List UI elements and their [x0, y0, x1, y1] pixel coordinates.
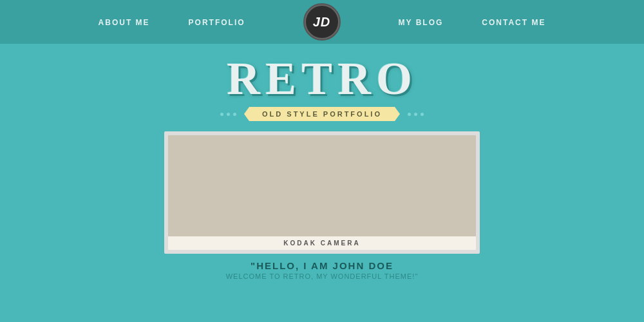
dot-6	[421, 113, 424, 116]
nav-item-about[interactable]: ABOUT ME	[99, 16, 150, 28]
dot-5	[414, 113, 417, 116]
slider-image	[168, 135, 476, 250]
quote-title: "HELLO, I AM JOHN DOE	[226, 260, 419, 271]
nav-link-blog[interactable]: MY BLOG	[399, 18, 444, 27]
dot-2	[227, 113, 230, 116]
nav-item-blog[interactable]: MY BLOG	[399, 16, 444, 28]
dot-3	[233, 113, 236, 116]
ribbon-banner: OLD STYLE PORTFOLIO	[244, 107, 400, 121]
hero-title: RETRO	[227, 55, 417, 102]
dot-4	[408, 113, 411, 116]
slider-area: ‹ KODAK CAMERA ›	[0, 131, 644, 254]
dot-1	[220, 113, 223, 116]
slider-caption: KODAK CAMERA	[168, 236, 476, 250]
quote-subtitle: WELCOME TO RETRO, MY WONDERFUL THEME!"	[226, 272, 419, 280]
ribbon-dots-left	[220, 113, 236, 116]
nav-logo-text: JD	[313, 15, 331, 30]
nav-link-portfolio[interactable]: PORTFOLIO	[189, 18, 245, 27]
nav-link-contact[interactable]: CONTACT ME	[482, 18, 545, 27]
ribbon-container: OLD STYLE PORTFOLIO	[220, 107, 424, 121]
hero-section: RETRO OLD STYLE PORTFOLIO ‹ KODAK CAMERA…	[0, 44, 644, 280]
navbar: ABOUT ME PORTFOLIO JD MY BLOG CONTACT ME	[0, 0, 644, 44]
nav-link-about[interactable]: ABOUT ME	[99, 18, 150, 27]
nav-item-portfolio[interactable]: PORTFOLIO	[189, 16, 245, 28]
slider-wrapper: KODAK CAMERA	[164, 131, 480, 254]
ribbon-dots-right	[408, 113, 424, 116]
nav-logo[interactable]: JD	[303, 3, 341, 41]
nav-links: ABOUT ME PORTFOLIO JD MY BLOG CONTACT ME	[99, 3, 546, 41]
nav-item-contact[interactable]: CONTACT ME	[482, 16, 545, 28]
quote-section: "HELLO, I AM JOHN DOE WELCOME TO RETRO, …	[226, 260, 419, 280]
nav-logo-item: JD	[284, 3, 360, 41]
